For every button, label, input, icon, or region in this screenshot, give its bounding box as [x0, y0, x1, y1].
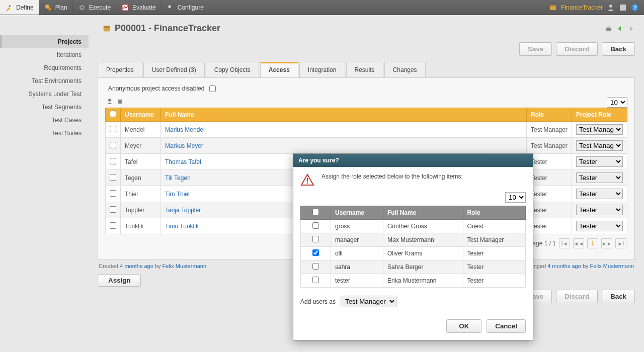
svg-rect-16	[607, 26, 610, 28]
gears-icon	[44, 4, 52, 12]
cell-username: Tunklik	[121, 218, 161, 234]
cell-fullname-link[interactable]: Till Tegen	[165, 174, 191, 182]
svg-rect-8	[550, 5, 556, 7]
dialog-row-checkbox[interactable]	[312, 249, 319, 256]
help-icon[interactable]: ?	[631, 4, 639, 12]
project-role-select[interactable]: Tester	[576, 205, 623, 215]
save-button[interactable]: Save	[519, 42, 552, 56]
project-role-select[interactable]: Tester	[576, 172, 623, 183]
svg-rect-19	[307, 178, 308, 182]
cell-fullname-link[interactable]: Tim Thiel	[165, 191, 190, 198]
col-fullname[interactable]: Full Name	[161, 108, 527, 122]
cell-fullname-link[interactable]: Thomas Tafel	[165, 158, 201, 165]
anon-access-checkbox[interactable]	[209, 85, 216, 92]
user-icon[interactable]	[607, 4, 615, 12]
assign-button[interactable]: Assign	[98, 274, 141, 287]
row-checkbox[interactable]	[110, 174, 116, 181]
project-role-select[interactable]: Test Manager	[576, 140, 623, 151]
dialog-select-all[interactable]	[312, 209, 319, 215]
row-checkbox[interactable]	[110, 158, 116, 164]
dialog-cell-username: tester	[331, 274, 383, 288]
cell-username: Tegen	[121, 170, 161, 186]
row-checkbox[interactable]	[110, 142, 116, 148]
meta-changed-by[interactable]: Felix Mustermann	[590, 263, 634, 269]
sidebar-item-test-segments[interactable]: Test Segments	[0, 101, 89, 114]
dialog-row-checkbox[interactable]	[312, 263, 319, 270]
sidebar-item-test-suites[interactable]: Test Suites	[0, 127, 89, 140]
tab-results[interactable]: Results	[346, 62, 383, 77]
project-role-select[interactable]: Tester	[576, 221, 623, 231]
dialog-row-checkbox[interactable]	[312, 236, 319, 242]
discard-button[interactable]: Discard	[556, 42, 598, 56]
settings-icon[interactable]	[619, 4, 627, 12]
sidebar-item-iterations[interactable]: Iterations	[0, 48, 89, 61]
topbar-tab-plan[interactable]: Plan	[39, 0, 73, 15]
tab-integration[interactable]: Integration	[299, 62, 345, 77]
pager-last[interactable]: ►I	[615, 238, 626, 248]
tab-copy-objects[interactable]: Copy Objects	[206, 62, 259, 77]
tab-changes[interactable]: Changes	[384, 62, 426, 77]
project-role-select[interactable]: Tester	[576, 189, 623, 199]
sidebar-item-projects[interactable]: Projects	[0, 35, 89, 48]
pager-first[interactable]: I◄	[559, 238, 570, 248]
print-icon[interactable]	[605, 25, 613, 33]
warning-icon	[300, 173, 314, 187]
nav-forward-icon[interactable]	[627, 25, 635, 33]
dialog-add-role-select[interactable]: Test Manager	[341, 296, 396, 307]
sidebar-item-test-cases[interactable]: Test Cases	[0, 114, 89, 127]
col-role[interactable]: Role	[527, 108, 572, 122]
dialog-page-size-select[interactable]: 10	[505, 192, 526, 203]
back-button[interactable]: Back	[602, 42, 635, 56]
topbar-tab-evaluate[interactable]: Evaluate	[116, 0, 162, 15]
col-project-role[interactable]: Project Role	[572, 108, 627, 122]
pager-current[interactable]: 1	[587, 238, 598, 248]
topbar-tab-configure[interactable]: Configure	[162, 0, 209, 15]
row-checkbox[interactable]	[110, 190, 116, 197]
sidebar-item-test-environments[interactable]: Test Environments	[0, 74, 89, 87]
dialog-cell-role: Tester	[463, 274, 525, 288]
meta-created-time[interactable]: 4 months ago	[120, 263, 153, 269]
tab-properties[interactable]: Properties	[98, 62, 142, 77]
back-button-bottom[interactable]: Back	[602, 290, 635, 303]
meta-changed-time[interactable]: 4 months ago	[547, 263, 581, 269]
tab-access[interactable]: Access	[260, 62, 298, 77]
topbar-tab-define[interactable]: Define	[0, 0, 39, 15]
pager-next[interactable]: ►►	[601, 238, 612, 248]
sidebar-item-systems-under-test[interactable]: Systems under Test	[0, 87, 89, 101]
col-username[interactable]: Username	[121, 108, 161, 122]
dialog-cell-fullname: Sahra Berger	[383, 260, 463, 274]
dialog-cancel-button[interactable]: Cancel	[487, 319, 526, 333]
dialog-row-checkbox[interactable]	[312, 222, 319, 229]
sidebar-item-requirements[interactable]: Requirements	[0, 61, 89, 74]
cell-username: Tafel	[121, 154, 161, 170]
row-checkbox[interactable]	[110, 206, 116, 213]
cell-role: Tester	[527, 170, 572, 186]
project-role-select[interactable]: Test Manager	[576, 124, 623, 135]
topbar-project-label: FinanceTracker	[561, 4, 603, 11]
cell-role: Tester	[527, 154, 572, 170]
project-role-select[interactable]: Tester	[576, 156, 623, 167]
dialog-cell-username: olli	[331, 247, 383, 260]
meta-created-by[interactable]: Felix Mustermann	[163, 263, 206, 269]
tab-user-defined[interactable]: User Defined (3)	[143, 62, 205, 77]
add-user-icon[interactable]	[106, 97, 114, 105]
dialog-cell-username: sahra	[331, 260, 383, 274]
row-checkbox[interactable]	[110, 126, 116, 132]
row-checkbox[interactable]	[110, 222, 116, 229]
topbar-tab-label: Configure	[178, 4, 204, 11]
action-row-top: Save Discard Back	[98, 40, 635, 62]
page-size-select[interactable]: 10	[607, 97, 627, 108]
dialog-ok-button[interactable]: OK	[446, 319, 481, 333]
pager-prev[interactable]: ◄◄	[573, 238, 584, 248]
cell-fullname-link[interactable]: Markus Meyer	[165, 142, 203, 149]
cell-fullname-link[interactable]: Tanja Toppler	[165, 207, 201, 214]
topbar-tab-execute[interactable]: Execute	[73, 0, 116, 15]
dialog-row-checkbox[interactable]	[312, 277, 319, 283]
nav-back-icon[interactable]	[616, 25, 624, 33]
discard-button-bottom[interactable]: Discard	[556, 290, 598, 303]
remove-user-icon[interactable]	[116, 97, 124, 105]
cell-role: Tester	[527, 202, 572, 218]
cell-fullname-link[interactable]: Marius Mendel	[165, 126, 205, 133]
select-all-checkbox[interactable]	[110, 111, 116, 117]
cell-fullname-link[interactable]: Timo Tunklik	[165, 223, 199, 230]
